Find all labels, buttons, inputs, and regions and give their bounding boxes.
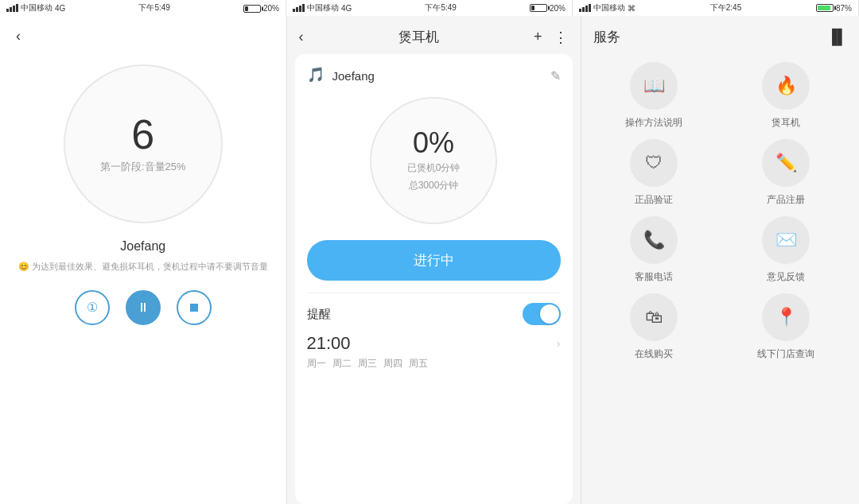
headphone-icon: 🎵 [307,66,326,85]
battery-bar-2 [530,4,547,12]
burnin-icon: 🔥 [762,62,810,110]
service-item-burnin[interactable]: 🔥 煲耳机 [725,62,847,130]
status-right-2: 20% [530,4,566,13]
service-label-feedback: 意见反馈 [767,270,805,284]
signal-icon-3 [579,4,591,12]
burn-circle: 0% 已煲机0分钟 总3000分钟 [370,97,497,224]
status-right-3: 87% [816,4,852,13]
burn-info: 已煲机0分钟 总3000分钟 [407,160,461,194]
bar-chart-icon[interactable]: ▐▌ [826,29,847,45]
day-tue: 周二 [332,357,352,370]
burn-info-2: 总3000分钟 [407,177,461,195]
auth-icon: 🛡 [630,139,678,187]
carrier-2: 中国移动 [307,2,339,14]
carrier-3: 中国移动 [593,2,625,14]
reminder-label: 提醒 [307,307,331,322]
edit-icon[interactable]: ✎ [550,68,561,83]
phone-icon: 📞 [630,216,678,264]
card-device-row: 🎵 Joefang ✎ [307,66,561,85]
reminder-section: 提醒 21:00 › 周一 周二 周三 周四 周五 [307,293,561,370]
battery-pct-2: 20% [550,4,566,13]
main-content: ‹ 6 第一阶段:音量25% Joefang 😊 为达到最佳效果、避免损坏耳机，… [0,16,859,504]
shop-icon: 🛍 [630,293,678,341]
panel-service: 服务 ▐▌ 📖 操作方法说明 🔥 煲耳机 🛡 正品验证 ✏️ 产品注册 📞 [581,16,860,504]
day-thu: 周四 [383,357,402,370]
service-item-manual[interactable]: 📖 操作方法说明 [593,62,716,130]
burn-button[interactable]: 进行中 [307,240,561,281]
service-label-phone: 客服电话 [635,270,673,284]
service-item-feedback[interactable]: ✉️ 意见反馈 [725,216,847,284]
panel-ear-burn: ‹ 煲耳机 + ⋮ 🎵 Joefang ✎ 0% 已煲机0分钟 总3000分钟 [287,16,581,504]
manual-icon: 📖 [630,62,678,110]
service-item-auth[interactable]: 🛡 正品验证 [593,139,716,207]
player-controls: ① ⏸ ⏹ [75,290,212,325]
reminder-toggle[interactable] [523,303,561,325]
panel-2-header: ‹ 煲耳机 + ⋮ [287,24,581,54]
day-wed: 周三 [358,357,377,370]
volume-stage: 第一阶段:音量25% [100,160,186,174]
time-3: 下午2:45 [710,2,741,14]
store-icon: 📍 [762,293,810,341]
burn-device-name: Joefang [332,69,375,83]
service-label-manual: 操作方法说明 [625,116,682,130]
day-fri: 周五 [409,357,428,370]
more-icon[interactable]: ⋮ [554,29,568,46]
pause-icon: ⏸ [137,300,150,315]
battery-pct-3: 87% [836,4,852,13]
device-info: 🎵 Joefang [307,66,375,85]
panel-music-player: ‹ 6 第一阶段:音量25% Joefang 😊 为达到最佳效果、避免损坏耳机，… [0,16,287,504]
tip-emoji: 😊 [18,262,29,271]
signal-icon-2 [293,4,305,12]
carrier-1: 中国移动 [21,2,52,14]
service-item-phone[interactable]: 📞 客服电话 [593,216,716,284]
status-bar-2: 中国移动 4G 下午5:49 20% [286,0,573,16]
player-device-name: Joefang [120,239,165,254]
panel-2-header-icons: + ⋮ [534,29,569,46]
service-item-store[interactable]: 📍 线下门店查询 [725,293,847,361]
pause-button[interactable]: ⏸ [126,290,161,325]
burn-info-1: 已煲机0分钟 [407,160,461,177]
time-chevron-icon[interactable]: › [557,337,561,350]
reminder-row: 提醒 [307,303,561,325]
service-label-burnin: 煲耳机 [772,116,800,130]
register-icon: ✏️ [762,139,810,187]
service-grid: 📖 操作方法说明 🔥 煲耳机 🛡 正品验证 ✏️ 产品注册 📞 客服电话 ✉️ [593,62,848,361]
battery-fill-1 [245,6,248,11]
status-left-2: 中国移动 4G [293,2,352,14]
back-button-2[interactable]: ‹ [299,29,304,45]
panel-3-header: 服务 ▐▌ [593,24,848,50]
stop-button[interactable]: ⏹ [177,290,212,325]
battery-icon-1 [243,4,261,13]
panel-3-title: 服务 [593,28,620,46]
battery-bar-3 [816,4,834,12]
status-right-1: 20% [243,4,279,13]
back-button-1[interactable]: ‹ [16,28,21,45]
status-left-1: 中国移动 4G [6,2,65,14]
burn-card: 🎵 Joefang ✎ 0% 已煲机0分钟 总3000分钟 进行中 提醒 [295,54,573,504]
service-item-shop[interactable]: 🛍 在线购买 [593,293,716,361]
repeat-icon: ① [87,300,98,315]
nav-back-1: ‹ [16,24,270,48]
feedback-icon: ✉️ [762,216,810,264]
burn-percentage: 0% [413,126,454,160]
tip-content: 为达到最佳效果、避免损坏耳机，煲机过程中请不要调节音量 [32,262,268,271]
time-2: 下午5:49 [425,2,456,14]
battery-fill-3 [818,6,830,10]
service-label-shop: 在线购买 [635,347,673,361]
service-label-auth: 正品验证 [635,193,673,207]
add-icon[interactable]: + [534,29,542,45]
network-2: 4G [341,4,352,13]
status-bars-container: 中国移动 4G 下午5:49 20% 中国移动 4G 下午5:49 [0,0,859,16]
status-bar-1: 中国移动 4G 下午5:49 20% [0,0,286,16]
network-1: 4G [55,4,65,13]
day-mon: 周一 [307,357,326,370]
repeat-button[interactable]: ① [75,290,110,325]
alarm-time: 21:00 [307,333,351,354]
battery-pct-1: 20% [263,4,279,13]
wifi-icon: ⌘ [628,4,636,13]
service-label-register: 产品注册 [767,193,805,207]
service-item-register[interactable]: ✏️ 产品注册 [725,139,847,207]
battery-fill-2 [531,6,534,10]
status-bar-3: 中国移动 ⌘ 下午2:45 87% [573,0,859,16]
time-section: 21:00 › 周一 周二 周三 周四 周五 [307,333,561,370]
